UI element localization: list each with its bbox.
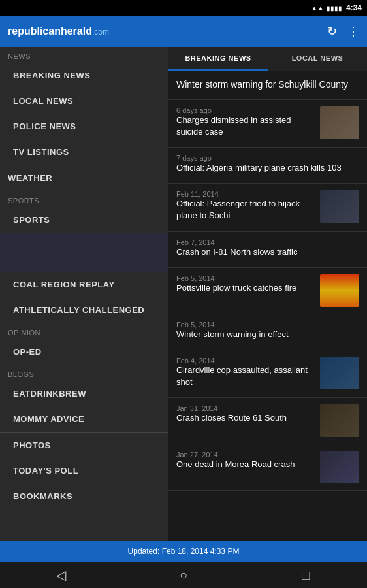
list-item[interactable]: Feb 11, 2014 Official: Passenger tried t…: [168, 184, 367, 231]
sidebar-section-blogs: BLOGS: [0, 365, 168, 381]
list-item[interactable]: 7 days ago Official: Algeria military pl…: [168, 148, 367, 184]
list-item[interactable]: Feb 7, 2014 Crash on I-81 North slows tr…: [168, 232, 367, 268]
list-item[interactable]: Feb 4, 2014 Girardville cop assaulted, a…: [168, 350, 367, 398]
news-item-content: 7 days ago Official: Algeria military pl…: [176, 154, 359, 176]
sidebar-item-tv-listings[interactable]: TV LISTINGS: [0, 139, 168, 165]
status-bar: ▲▲ ▮▮▮▮ 4:34: [0, 0, 367, 16]
news-item-title: Pottsville plow truck catches fire: [176, 282, 315, 294]
home-button[interactable]: ○: [170, 568, 197, 583]
news-item-date: Feb 5, 2014: [176, 274, 315, 282]
logo: republicanherald .com: [8, 25, 109, 37]
news-item-date: Feb 4, 2014: [176, 357, 315, 365]
news-tabs: BREAKING NEWS LOCAL NEWS: [168, 47, 367, 71]
logo-domain: .com: [92, 27, 109, 37]
sidebar-item-sports[interactable]: SPORTS: [0, 207, 168, 233]
news-item-thumb: [320, 106, 359, 139]
news-item-date: 7 days ago: [176, 154, 359, 162]
main-layout: NEWS BREAKING NEWS LOCAL NEWS POLICE NEW…: [0, 47, 367, 541]
news-item-date: Jan 27, 2014: [176, 451, 315, 459]
signal-icon: ▲▲: [311, 5, 324, 12]
status-time: 4:34: [346, 3, 362, 12]
news-item-content: Feb 5, 2014 Winter storm warning in effe…: [176, 321, 359, 343]
header-actions: ↻ ⋮: [327, 24, 359, 39]
back-button[interactable]: ◁: [48, 567, 74, 583]
news-item-content: Feb 5, 2014 Pottsville plow truck catche…: [176, 274, 315, 297]
news-item-title: Official: Algeria military plane crash k…: [176, 162, 359, 174]
nav-bar: ◁ ○ □: [0, 562, 367, 588]
news-item-content: 6 days ago Charges dismissed in assisted…: [176, 106, 315, 140]
header: republicanherald .com ↻ ⋮: [0, 16, 367, 47]
sidebar-section-news: NEWS: [0, 47, 168, 63]
list-item[interactable]: Jan 27, 2014 One dead in Morea Road cras…: [168, 444, 367, 491]
news-item-title: One dead in Morea Road crash: [176, 459, 315, 470]
menu-icon[interactable]: ⋮: [347, 24, 359, 39]
news-panel: BREAKING NEWS LOCAL NEWS Winter storm wa…: [168, 47, 367, 541]
news-item-content: Feb 11, 2014 Official: Passenger tried t…: [176, 190, 315, 224]
news-item-title: Girardville cop assaulted, assailant sho…: [176, 365, 315, 388]
sidebar-item-bookmarks[interactable]: BOOKMARKS: [0, 483, 168, 509]
news-item-thumb: [320, 404, 359, 437]
news-item-content: Jan 27, 2014 One dead in Morea Road cras…: [176, 451, 315, 473]
news-item-date: Feb 11, 2014: [176, 190, 315, 198]
news-item-content: Jan 31, 2014 Crash closes Route 61 South: [176, 404, 315, 427]
news-item-thumb: [320, 274, 359, 307]
news-item-date: 6 days ago: [176, 106, 315, 114]
top-news-title: Winter storm warning for Schuylkill Coun…: [176, 78, 359, 91]
list-item[interactable]: Jan 31, 2014 Crash closes Route 61 South: [168, 398, 367, 444]
news-list: Winter storm warning for Schuylkill Coun…: [168, 71, 367, 491]
news-item-date: Feb 5, 2014: [176, 321, 359, 329]
news-item-date: Feb 7, 2014: [176, 238, 359, 246]
list-item[interactable]: Feb 5, 2014 Winter storm warning in effe…: [168, 314, 367, 350]
news-item-title: Winter storm warning in effect: [176, 329, 359, 340]
news-item-title: Charges dismissed in assisted suicide ca…: [176, 114, 315, 138]
sidebar-item-photos[interactable]: PHOTOS: [0, 433, 168, 458]
news-item-content: Feb 7, 2014 Crash on I-81 North slows tr…: [176, 238, 359, 261]
sidebar-item-weather[interactable]: WEATHER: [0, 165, 168, 191]
sidebar-item-eatdrinkbrew[interactable]: EATDRINKBREW: [0, 381, 168, 406]
tab-breaking-news[interactable]: BREAKING NEWS: [168, 47, 268, 71]
list-item[interactable]: 6 days ago Charges dismissed in assisted…: [168, 100, 367, 148]
news-item-title: Official: Passenger tried to hijack plan…: [176, 198, 315, 221]
sidebar-item-athletically[interactable]: ATHLETICALLY CHALLENGED: [0, 297, 168, 323]
news-item-date: Jan 31, 2014: [176, 404, 315, 412]
sidebar-section-sports: SPORTS: [0, 191, 168, 207]
bottom-bar-text: Updated: Feb 18, 2014 4:33 PM: [128, 547, 240, 556]
news-item-title: Crash closes Route 61 South: [176, 412, 315, 424]
sidebar-image-sports: [0, 233, 168, 272]
refresh-icon[interactable]: ↻: [327, 24, 337, 39]
recent-button[interactable]: □: [293, 568, 319, 583]
sidebar-item-todays-poll[interactable]: TODAY'S POLL: [0, 458, 168, 483]
sidebar-section-opinion: OPINION: [0, 323, 168, 339]
sidebar: NEWS BREAKING NEWS LOCAL NEWS POLICE NEW…: [0, 47, 168, 541]
tab-local-news[interactable]: LOCAL NEWS: [268, 47, 367, 71]
news-item-thumb: [320, 357, 359, 389]
sidebar-item-breaking-news[interactable]: BREAKING NEWS: [0, 63, 168, 88]
sidebar-item-coal-region[interactable]: COAL REGION REPLAY: [0, 272, 168, 297]
logo-text: republicanherald: [8, 25, 92, 37]
sidebar-item-mommy-advice[interactable]: MOMMY ADVICE: [0, 406, 168, 432]
bottom-bar: Updated: Feb 18, 2014 4:33 PM: [0, 541, 367, 562]
news-item-content: Feb 4, 2014 Girardville cop assaulted, a…: [176, 357, 315, 391]
news-item-title: Crash on I-81 North slows traffic: [176, 246, 359, 258]
top-news-item[interactable]: Winter storm warning for Schuylkill Coun…: [168, 71, 367, 100]
list-item[interactable]: Feb 5, 2014 Pottsville plow truck catche…: [168, 268, 367, 314]
news-item-thumb: [320, 451, 359, 483]
status-icons: ▲▲ ▮▮▮▮: [311, 5, 342, 12]
news-item-thumb: [320, 190, 359, 223]
battery-icon: ▮▮▮▮: [327, 5, 342, 12]
sidebar-item-oped[interactable]: OP-ED: [0, 339, 168, 365]
sidebar-item-local-news[interactable]: LOCAL NEWS: [0, 88, 168, 114]
sidebar-item-police-news[interactable]: POLICE NEWS: [0, 114, 168, 139]
